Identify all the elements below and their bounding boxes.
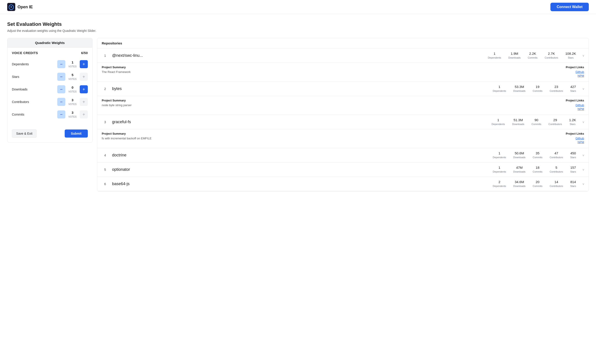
repo-detail-row: Project Summary node byte string parser … — [97, 96, 589, 115]
weight-votes-label: VOTES — [68, 78, 77, 80]
repo-name: @next/swc-linu... — [112, 53, 484, 58]
weights-body: VOICE CREDITS 6/50 Dependents − 1 VOTES … — [7, 48, 92, 127]
repo-stats: 1 Dependents 51.3M Downloads 90 Commits … — [492, 118, 576, 126]
repo-row[interactable]: 5 optionator 1 Dependents 47M Downloads … — [97, 162, 589, 177]
weight-controls: − 1 VOTES + — [57, 60, 88, 68]
stat-stars: 814 Stars — [570, 180, 576, 188]
repo-github-link[interactable]: Github — [566, 70, 584, 74]
weight-row: Dependents − 1 VOTES + — [12, 60, 88, 68]
repo-summary-section: Project Summary The React Framework — [102, 66, 131, 78]
repo-row[interactable]: 3 graceful-fs 1 Dependents 51.3M Downloa… — [97, 115, 589, 129]
stat-commits-value: 2.2K — [528, 52, 537, 55]
repo-stats: 1 Dependents 50.6M Downloads 35 Commits … — [493, 151, 576, 159]
stat-commits: 18 Commits — [533, 166, 542, 174]
stat-stars-label: Stars — [570, 123, 576, 125]
weight-label: Contributors — [12, 100, 57, 104]
stat-downloads-label: Downloads — [513, 156, 525, 159]
weight-controls: − 3 VOTES + — [57, 110, 88, 118]
page-subtitle: Adjust the evaluation weights using the … — [7, 29, 589, 33]
stat-dependents: 1 Dependents — [488, 52, 501, 59]
save-exit-button[interactable]: Save & Exit — [12, 129, 37, 138]
stat-downloads: 51.3M Downloads — [512, 118, 524, 126]
stat-commits-label: Commits — [533, 170, 542, 173]
stat-contributors-value: 47 — [550, 151, 563, 155]
repo-summary-title: Project Summary — [102, 66, 131, 69]
stat-stars-value: 427 — [570, 85, 576, 89]
weight-votes: 5 VOTES — [67, 73, 77, 81]
weight-label: Stars — [12, 75, 57, 79]
submit-button[interactable]: Submit — [65, 130, 88, 138]
voice-credits-row: VOICE CREDITS 6/50 — [12, 51, 88, 55]
repo-row[interactable]: 6 base64-js 2 Dependents 34.6M Downloads… — [97, 177, 589, 191]
logo-area: Open IE — [7, 3, 33, 11]
stat-dependents-value: 2 — [493, 180, 506, 184]
weight-controls: − 0 VOTES + — [57, 85, 88, 93]
stat-downloads-value: 34.6M — [513, 180, 525, 184]
repo-stats: 2 Dependents 34.6M Downloads 20 Commits … — [493, 180, 576, 188]
stat-contributors: 2.7K Contributors — [545, 52, 558, 59]
weight-plus-button[interactable]: + — [80, 60, 88, 68]
stat-stars-label: Stars — [568, 56, 574, 59]
weight-votes-num: 1 — [67, 60, 77, 64]
stat-stars-value: 157 — [570, 166, 576, 169]
chevron-icon: v — [580, 120, 584, 124]
stat-contributors-label: Contributors — [550, 89, 563, 92]
stat-contributors-value: 29 — [548, 118, 562, 122]
repos-panel: Repositories 1 @next/swc-linu... 1 Depen… — [97, 38, 589, 191]
stat-contributors-value: 5 — [550, 166, 563, 169]
weight-votes: 1 VOTES — [67, 60, 77, 68]
weight-minus-button[interactable]: − — [57, 85, 65, 93]
stat-dependents-label: Dependents — [488, 56, 501, 59]
stat-dependents: 2 Dependents — [493, 180, 506, 188]
weight-label: Dependents — [12, 62, 57, 66]
weight-row: Commits − 3 VOTES + — [12, 110, 88, 118]
chevron-icon: v — [580, 182, 584, 186]
repo-summary-text: fs with incremental backoff on EMFILE — [102, 137, 152, 140]
content-columns: Quadratic Weights VOICE CREDITS 6/50 Dep… — [7, 38, 589, 191]
stat-dependents-value: 1 — [492, 118, 505, 122]
stat-stars-value: 450 — [570, 151, 576, 155]
stat-commits-label: Commits — [532, 123, 541, 125]
stat-contributors-label: Contributors — [550, 185, 563, 187]
repo-row[interactable]: 2 bytes 1 Dependents 53.3M Downloads 19 … — [97, 82, 589, 96]
weight-row: Contributors − 3 VOTES + — [12, 98, 88, 106]
chevron-icon: v — [580, 153, 584, 157]
repo-row[interactable]: 4 doctrine 1 Dependents 50.6M Downloads … — [97, 148, 589, 162]
weight-label: Commits — [12, 113, 57, 116]
repo-rank: 2 — [102, 87, 108, 91]
stat-contributors: 23 Contributors — [550, 85, 563, 93]
weight-row: Downloads − 0 VOTES + — [12, 85, 88, 93]
repo-rank: 5 — [102, 168, 108, 171]
stat-stars-label: Stars — [570, 185, 576, 187]
repo-stats: 1 Dependents 47M Downloads 18 Commits 5 … — [493, 166, 576, 174]
stat-commits-label: Commits — [533, 89, 542, 92]
repo-summary-title: Project Summary — [102, 132, 152, 135]
stat-downloads: 47M Downloads — [513, 166, 525, 174]
weight-minus-button[interactable]: − — [57, 98, 65, 106]
stat-dependents-value: 1 — [493, 151, 506, 155]
weight-plus-button[interactable]: + — [80, 85, 88, 93]
repo-row[interactable]: 1 @next/swc-linu... 1 Dependents 1.9M Do… — [97, 49, 589, 63]
weight-minus-button[interactable]: − — [57, 73, 65, 81]
repo-detail-row: Project Summary fs with incremental back… — [97, 129, 589, 148]
weight-plus-button: + — [80, 98, 88, 106]
stat-stars-value: 814 — [570, 180, 576, 184]
stat-downloads-value: 50.6M — [513, 151, 525, 155]
stat-commits-value: 35 — [533, 151, 542, 155]
repo-github-link[interactable]: Github — [566, 103, 584, 107]
app-name: Open IE — [17, 5, 33, 9]
repo-summary-section: Project Summary node byte string parser — [102, 99, 132, 111]
repo-name: doctrine — [112, 153, 489, 158]
weight-votes-label: VOTES — [68, 90, 77, 93]
repo-npm-link[interactable]: NPM — [566, 107, 584, 111]
stat-stars: 427 Stars — [570, 85, 576, 93]
repo-npm-link[interactable]: NPM — [566, 140, 584, 144]
connect-wallet-button[interactable]: Connect Wallet — [551, 3, 589, 11]
weight-votes-label: VOTES — [68, 103, 77, 105]
repo-github-link[interactable]: Github — [566, 137, 584, 140]
repo-npm-link[interactable]: NPM — [566, 74, 584, 77]
weight-minus-button[interactable]: − — [57, 60, 65, 68]
weight-minus-button[interactable]: − — [57, 110, 65, 118]
stat-downloads: 53.3M Downloads — [513, 85, 525, 93]
stat-dependents: 1 Dependents — [492, 118, 505, 126]
